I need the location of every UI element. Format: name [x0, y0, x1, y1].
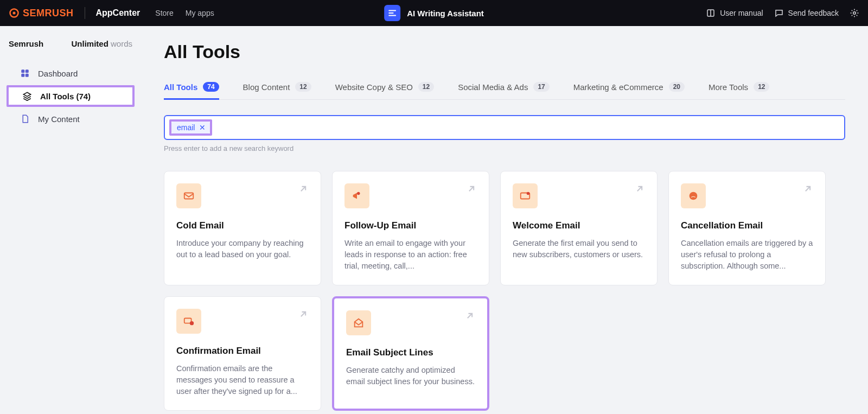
- tab-label: Social Media & Ads: [458, 82, 528, 92]
- open-arrow-icon: [634, 183, 645, 196]
- app-icon: [384, 5, 400, 21]
- tab-marketing[interactable]: Marketing & eCommerce 20: [573, 78, 685, 99]
- sidebar-label-all-tools: All Tools (74): [40, 92, 91, 101]
- document-icon: [20, 113, 30, 124]
- svg-point-1: [13, 12, 16, 15]
- tab-label: All Tools: [164, 82, 197, 92]
- app-title-block: AI Writing Assistant: [384, 5, 484, 21]
- open-arrow-icon: [802, 183, 813, 196]
- sidebar: Semrush Unlimited words Dashboard All To…: [0, 26, 141, 414]
- face-sad-icon: [681, 183, 706, 208]
- card-desc: Confirmation emails are the messages you…: [176, 363, 309, 397]
- cards-grid: Cold Email Introduce your company by rea…: [164, 171, 845, 411]
- svg-rect-5: [25, 69, 29, 73]
- tab-website-copy[interactable]: Website Copy & SEO 12: [335, 78, 434, 99]
- user-manual-label: User manual: [720, 9, 763, 17]
- plan-name: Semrush: [9, 39, 43, 48]
- card-desc: Introduce your company by reaching out t…: [176, 238, 309, 260]
- open-arrow-icon: [466, 183, 477, 196]
- flame-icon: [9, 8, 20, 18]
- card-email-subject-lines[interactable]: Email Subject Lines Generate catchy and …: [332, 296, 489, 411]
- svg-point-3: [853, 12, 856, 15]
- megaphone-icon: [344, 183, 369, 208]
- card-cancellation-email[interactable]: Cancellation Email Cancellation emails a…: [668, 171, 826, 285]
- chip-text: email: [177, 123, 195, 132]
- layers-icon: [22, 91, 33, 101]
- search-chip[interactable]: email ✕: [171, 122, 210, 133]
- search-box[interactable]: email ✕: [164, 115, 845, 140]
- card-title: Email Subject Lines: [346, 347, 475, 358]
- card-confirmation-email[interactable]: Confirmation Email Confirmation emails a…: [164, 296, 321, 411]
- svg-point-14: [190, 321, 194, 325]
- tab-blog-content[interactable]: Blog Content 12: [243, 78, 311, 99]
- tab-all-tools[interactable]: All Tools 74: [164, 78, 219, 99]
- tab-badge: 20: [669, 82, 685, 92]
- user-manual-link[interactable]: User manual: [706, 8, 763, 18]
- sidebar-item-all-tools[interactable]: All Tools (74): [7, 85, 135, 107]
- tab-label: More Tools: [709, 82, 748, 92]
- svg-rect-8: [184, 193, 194, 199]
- card-cold-email[interactable]: Cold Email Introduce your company by rea…: [164, 171, 321, 285]
- mail-send-icon: [176, 183, 201, 208]
- mail-open-icon: [346, 310, 371, 335]
- writing-icon: [387, 8, 397, 18]
- mail-check-icon: [513, 183, 538, 208]
- tab-label: Website Copy & SEO: [335, 82, 413, 92]
- main: All Tools All Tools 74 Blog Content 12 W…: [141, 26, 868, 414]
- card-desc: Cancellation emails are triggered by a u…: [681, 238, 813, 272]
- search-input[interactable]: [216, 121, 840, 135]
- card-title: Follow-Up Email: [344, 220, 477, 231]
- tab-social-media[interactable]: Social Media & Ads 17: [458, 78, 550, 99]
- open-arrow-icon: [464, 310, 475, 323]
- book-icon: [706, 8, 716, 18]
- topbar: SEMRUSH AppCenter Store My apps AI Writi…: [0, 0, 868, 26]
- semrush-logo[interactable]: SEMRUSH: [9, 8, 74, 19]
- card-title: Welcome Email: [513, 220, 645, 231]
- tab-label: Marketing & eCommerce: [573, 82, 663, 92]
- nav-store[interactable]: Store: [155, 9, 173, 17]
- svg-rect-4: [21, 69, 24, 73]
- tab-more-tools[interactable]: More Tools 12: [709, 78, 769, 99]
- send-feedback-label: Send feedback: [788, 9, 839, 17]
- svg-rect-6: [21, 74, 24, 77]
- top-nav: Store My apps: [155, 9, 214, 17]
- settings-button[interactable]: [850, 8, 859, 18]
- card-desc: Write an email to engage with your leads…: [344, 238, 477, 272]
- gear-icon: [850, 8, 859, 18]
- mail-confirm-icon: [176, 309, 201, 334]
- send-feedback-link[interactable]: Send feedback: [774, 8, 839, 18]
- card-desc: Generate catchy and optimized email subj…: [346, 365, 475, 387]
- card-title: Cancellation Email: [681, 220, 813, 231]
- app-title: AI Writing Assistant: [407, 9, 484, 18]
- brand-block: SEMRUSH AppCenter: [9, 7, 140, 19]
- chip-remove-icon[interactable]: ✕: [199, 124, 206, 131]
- search-hint: Press enter to add a new search keyword: [164, 144, 845, 152]
- dashboard-icon: [20, 68, 30, 79]
- card-title: Confirmation Email: [176, 346, 309, 356]
- topbar-right: User manual Send feedback: [706, 8, 859, 18]
- sidebar-label-dashboard: Dashboard: [38, 69, 78, 78]
- sidebar-item-my-content[interactable]: My Content: [4, 108, 137, 130]
- svg-point-9: [357, 192, 360, 195]
- chip-highlight: email ✕: [169, 119, 212, 136]
- sidebar-item-dashboard[interactable]: Dashboard: [4, 62, 137, 84]
- nav-myapps[interactable]: My apps: [186, 9, 214, 17]
- brand-text: SEMRUSH: [23, 8, 74, 19]
- divider: [85, 7, 85, 19]
- tab-badge: 17: [533, 82, 549, 92]
- svg-point-11: [527, 192, 530, 195]
- plan-row: Semrush Unlimited words: [4, 39, 137, 62]
- plan-words: Unlimited words: [71, 39, 132, 48]
- card-follow-up-email[interactable]: Follow-Up Email Write an email to engage…: [332, 171, 489, 285]
- svg-rect-7: [25, 74, 29, 77]
- open-arrow-icon: [298, 183, 309, 196]
- chat-icon: [774, 8, 784, 18]
- page-title: All Tools: [164, 41, 845, 62]
- tab-label: Blog Content: [243, 82, 290, 92]
- open-arrow-icon: [298, 309, 309, 322]
- card-title: Cold Email: [176, 220, 309, 231]
- card-welcome-email[interactable]: Welcome Email Generate the first email y…: [500, 171, 658, 285]
- tabs: All Tools 74 Blog Content 12 Website Cop…: [164, 78, 845, 100]
- appcenter-link[interactable]: AppCenter: [96, 8, 141, 18]
- tab-badge: 12: [295, 82, 311, 92]
